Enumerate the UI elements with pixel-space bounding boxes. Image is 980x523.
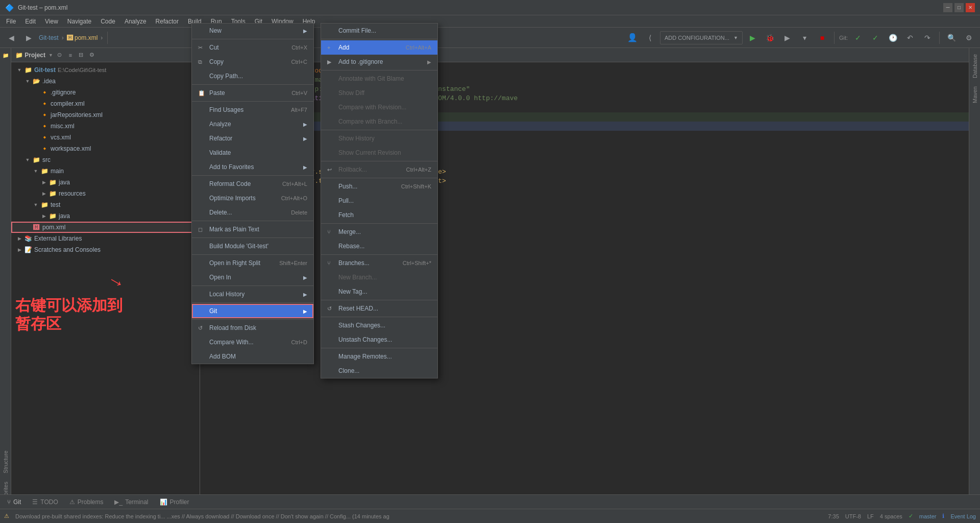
tree-src-folder[interactable]: ▼ 📁 src	[11, 154, 200, 165]
toolbar-stop-button[interactable]: ■	[815, 31, 829, 45]
status-line-sep[interactable]: LF	[867, 513, 874, 519]
git-redo-button[interactable]: ↷	[920, 31, 935, 45]
ctx-copy[interactable]: ⧉ Copy Ctrl+C	[192, 55, 313, 69]
sub-rebase[interactable]: Rebase...	[321, 239, 437, 253]
ctx-analyze[interactable]: Analyze ▶	[192, 117, 313, 131]
settings-gear-icon[interactable]: ⚙	[87, 51, 96, 60]
ctx-cut[interactable]: ✂ Cut Ctrl+X	[192, 40, 313, 55]
minimize-button[interactable]: ─	[943, 3, 952, 12]
sub-unstash[interactable]: Unstash Changes...	[321, 332, 437, 347]
sub-manage-remotes[interactable]: Manage Remotes...	[321, 349, 437, 364]
tree-java-main[interactable]: ▶ 📁 java	[11, 177, 200, 188]
sub-add-gitignore[interactable]: ▶ Add to .gitignore ▶	[321, 55, 437, 69]
tree-idea-folder[interactable]: ▼ 📂 .idea	[11, 76, 200, 87]
sort-icon[interactable]: ≡	[66, 51, 75, 60]
project-tab-icon[interactable]: 📁	[1, 50, 11, 60]
ctx-reformat-code[interactable]: Reformat Code Ctrl+Alt+L	[192, 177, 313, 191]
ctx-find-usages[interactable]: Find Usages Alt+F7	[192, 103, 313, 117]
tree-resources[interactable]: ▶ 📁 resources	[11, 188, 200, 199]
git-history-button[interactable]: 🕐	[886, 31, 900, 45]
ctx-paste[interactable]: 📋 Paste Ctrl+V	[192, 86, 313, 100]
sub-commit-file[interactable]: Commit File...	[321, 23, 437, 38]
ctx-new[interactable]: New ▶	[192, 23, 313, 38]
tree-test-folder[interactable]: ▼ 📁 test	[11, 199, 200, 210]
sub-merge[interactable]: ⑂ Merge...	[321, 225, 437, 239]
sub-reset-head[interactable]: ↺ Reset HEAD...	[321, 301, 437, 316]
tree-compiler-xml[interactable]: 🔸 compiler.xml	[11, 98, 200, 109]
tree-main-folder[interactable]: ▼ 📁 main	[11, 165, 200, 177]
sub-stash[interactable]: Stash Changes...	[321, 318, 437, 332]
menu-analyze[interactable]: Analyze	[120, 17, 151, 26]
status-indent[interactable]: 4 spaces	[880, 513, 902, 519]
menu-refactor[interactable]: Refactor	[152, 17, 183, 26]
ctx-validate[interactable]: Validate	[192, 146, 313, 160]
database-tab[interactable]: Database	[971, 50, 979, 82]
add-configuration-button[interactable]: ADD CONFIGURATION... ▼	[660, 31, 743, 44]
ctx-add-bom[interactable]: Add BOM	[192, 349, 313, 364]
toolbar-settings-button[interactable]: ⚙	[962, 31, 976, 45]
ctx-open-right-split[interactable]: Open in Right Split Shift+Enter	[192, 256, 313, 270]
breadcrumb-file[interactable]: 🅼 pom.xml	[67, 34, 98, 41]
tree-misc-xml[interactable]: 🔸 misc.xml	[11, 121, 200, 132]
tree-scratches[interactable]: ▶ 📝 Scratches and Consoles	[11, 244, 200, 255]
toolbar-back-button[interactable]: ◀	[4, 31, 18, 45]
tree-root[interactable]: ▼ 📁 Git-test E:\Code\Git\Git-test	[11, 64, 200, 76]
sub-pull[interactable]: Pull...	[321, 194, 437, 208]
menu-edit[interactable]: Edit	[21, 17, 40, 26]
code-editor[interactable]: 1 <?xml version="1.0" encoding="UTF-8"?>…	[200, 62, 969, 509]
sub-new-tag[interactable]: New Tag...	[321, 284, 437, 299]
tab-git[interactable]: ⑂ Git	[2, 496, 26, 508]
close-button[interactable]: ✕	[966, 3, 975, 12]
git-revert-button[interactable]: ↶	[903, 31, 917, 45]
ctx-local-history[interactable]: Local History ▶	[192, 287, 313, 301]
toolbar-more-run[interactable]: ▾	[798, 31, 812, 45]
maximize-button[interactable]: □	[954, 3, 964, 12]
breadcrumb-root[interactable]: Git-test	[39, 34, 59, 41]
ctx-copy-path[interactable]: Copy Path...	[192, 69, 313, 83]
maven-tab[interactable]: Maven	[971, 82, 979, 107]
structure-tab[interactable]: Structure	[2, 446, 10, 478]
menu-code[interactable]: Code	[96, 17, 119, 26]
tree-vcs-xml[interactable]: 🔸 vcs.xml	[11, 132, 200, 143]
ctx-build-module[interactable]: Build Module 'Git-test'	[192, 239, 313, 253]
status-encoding[interactable]: UTF-8	[845, 513, 861, 519]
sub-add[interactable]: + Add Ctrl+Alt+A	[321, 40, 437, 55]
tree-external-libraries[interactable]: ▶ 📚 External Libraries	[11, 233, 200, 244]
ctx-open-in[interactable]: Open In ▶	[192, 270, 313, 284]
sub-branches[interactable]: ⑂ Branches... Ctrl+Shift+*	[321, 256, 437, 270]
sub-fetch[interactable]: Fetch	[321, 208, 437, 222]
status-position[interactable]: 7:35	[828, 513, 839, 519]
ctx-optimize-imports[interactable]: Optimize Imports Ctrl+Alt+O	[192, 191, 313, 205]
tree-pom-xml[interactable]: 🅼 pom.xml	[11, 222, 200, 233]
filter-icon[interactable]: ⊟	[77, 51, 86, 60]
toolbar-run-with-coverage[interactable]: ▶	[780, 31, 795, 45]
menu-navigate[interactable]: Navigate	[63, 17, 95, 26]
status-branch[interactable]: master	[919, 513, 937, 519]
toolbar-search-button[interactable]: 🔍	[944, 31, 959, 45]
tab-problems[interactable]: ⚠ Problems	[64, 496, 109, 508]
event-log-label[interactable]: Event Log	[950, 513, 976, 519]
sub-push[interactable]: Push... Ctrl+Shift+K	[321, 179, 437, 194]
toolbar-run-button[interactable]: ▶	[746, 31, 760, 45]
sync-icon[interactable]: ⊙	[55, 51, 64, 60]
toolbar-avatar-button[interactable]: 👤	[625, 31, 640, 45]
ctx-delete[interactable]: Delete... Delete	[192, 205, 313, 220]
ctx-reload[interactable]: ↺ Reload from Disk	[192, 321, 313, 335]
sub-clone[interactable]: Clone...	[321, 364, 437, 378]
tab-todo[interactable]: ☰ TODO	[27, 496, 63, 508]
tree-gitignore[interactable]: 🔸 .gitignore	[11, 87, 200, 98]
ctx-compare-with[interactable]: Compare With... Ctrl+D	[192, 335, 313, 349]
ctx-mark-plain-text[interactable]: ◻ Mark as Plain Text	[192, 222, 313, 236]
ctx-refactor[interactable]: Refactor ▶	[192, 131, 313, 146]
menu-view[interactable]: View	[41, 17, 62, 26]
git-checkmark-2[interactable]: ✓	[868, 31, 883, 45]
ctx-add-to-favorites[interactable]: Add to Favorites ▶	[192, 160, 313, 174]
menu-file[interactable]: File	[2, 17, 20, 26]
git-checkmark-1[interactable]: ✓	[851, 31, 865, 45]
ctx-git[interactable]: Git ▶	[192, 304, 313, 318]
tree-jar-repositories[interactable]: 🔸 jarRepositories.xml	[11, 109, 200, 121]
tab-profiler[interactable]: 📊 Profiler	[155, 496, 194, 508]
tab-terminal[interactable]: ▶_ Terminal	[109, 496, 153, 508]
toolbar-debug-button[interactable]: 🐞	[763, 31, 777, 45]
tree-java-test[interactable]: ▶ 📁 java	[11, 210, 200, 222]
